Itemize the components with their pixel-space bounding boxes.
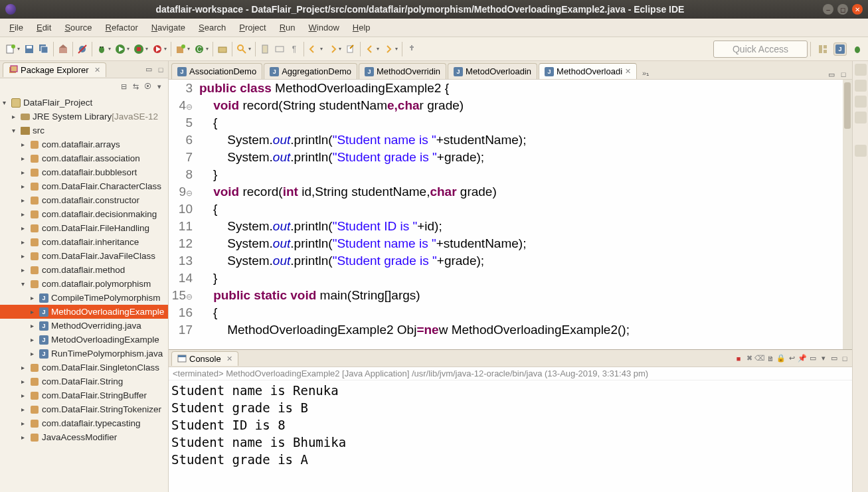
editor-tab[interactable]: JMetodOverloadin <box>448 63 537 79</box>
task-list-icon[interactable] <box>855 64 867 76</box>
word-wrap-icon[interactable]: ↩ <box>787 354 796 363</box>
link-editor-icon[interactable]: ⇆ <box>131 82 140 91</box>
menu-help[interactable]: Help <box>347 20 376 35</box>
toggle-block-button[interactable] <box>273 42 286 56</box>
tree-row[interactable]: ▸com.DataFlair.StringTokenizer <box>0 402 168 416</box>
focus-icon[interactable]: ⦿ <box>143 82 152 91</box>
tree-row[interactable]: ▸JavaAcessModifier <box>0 430 168 444</box>
tree-row[interactable]: ▸com.DataFlair.SingletonClass <box>0 361 168 374</box>
last-edit-button[interactable] <box>344 42 357 56</box>
view-menu-icon[interactable]: ▾ <box>155 82 164 91</box>
tree-row[interactable]: ▸com.dataflair.bubblesort <box>0 165 168 179</box>
java-perspective-button[interactable]: J <box>833 42 847 56</box>
console-tab[interactable]: Console ✕ <box>171 351 238 366</box>
tree-row[interactable]: ▸com.DataFlair.StringBuffer <box>0 388 168 402</box>
editor-tab[interactable]: JAggregationDemo <box>264 63 357 79</box>
close-icon[interactable]: ✕ <box>625 67 631 76</box>
maximize-view-icon[interactable]: □ <box>156 65 165 74</box>
tree-row[interactable]: ▸com.dataflair.arrays <box>0 137 168 151</box>
dropdown-icon[interactable]: ▾ <box>377 46 379 52</box>
tree-row[interactable]: ▸com.dataflair.association <box>0 151 168 165</box>
tree-row[interactable]: ▾com.dataflair.polymorphism <box>0 277 168 291</box>
annotation-prev-button[interactable] <box>307 42 320 56</box>
clear-console-icon[interactable]: 🗎 <box>766 354 775 363</box>
minimize-view-icon[interactable]: ▭ <box>144 65 153 74</box>
skip-breakpoints-button[interactable] <box>76 42 89 56</box>
minimize-view-icon[interactable]: ▭ <box>829 354 839 363</box>
menu-edit[interactable]: Edit <box>31 20 56 35</box>
package-tree[interactable]: ▾DataFlair_Project▸JRE System Library [J… <box>0 94 168 492</box>
vertical-scrollbar[interactable] <box>843 80 852 349</box>
tree-row[interactable]: ▸JMethodOverloadingExample <box>0 305 168 319</box>
outline-icon[interactable] <box>855 80 867 92</box>
dropdown-icon[interactable]: ▾ <box>108 46 111 52</box>
pin-console-icon[interactable]: 📌 <box>798 354 807 363</box>
dropdown-icon[interactable]: ▾ <box>187 46 190 52</box>
toggle-whitespace-button[interactable]: ¶ <box>288 42 301 56</box>
save-button[interactable] <box>23 42 36 56</box>
new-class-button[interactable]: C <box>193 42 206 56</box>
new-package-button[interactable] <box>174 42 187 56</box>
dropdown-icon[interactable]: ▾ <box>164 46 167 52</box>
maximize-view-icon[interactable]: □ <box>839 70 848 79</box>
dropdown-icon[interactable]: ▾ <box>395 46 398 52</box>
display-console-icon[interactable]: ▭ <box>808 354 818 363</box>
package-explorer-tab[interactable]: Package Explorer ✕ <box>3 62 106 77</box>
tree-row[interactable]: ▸JRunTimePolymorphism.java <box>0 347 168 361</box>
scrollbar-thumb[interactable] <box>844 82 851 129</box>
problems-icon[interactable] <box>855 112 867 123</box>
dropdown-icon[interactable]: ▾ <box>248 46 251 52</box>
collapse-all-icon[interactable]: ⊟ <box>119 82 128 91</box>
menu-refactor[interactable]: Refactor <box>100 20 143 35</box>
debug-button[interactable] <box>95 42 108 56</box>
tree-row[interactable]: ▸com.DataFlair.JavaFileClass <box>0 249 168 263</box>
console-output[interactable]: Student name is Renuka Student grade is … <box>169 380 852 492</box>
scroll-lock-icon[interactable]: 🔒 <box>776 354 786 363</box>
tree-row[interactable]: ▸JMethodOverriding.java <box>0 319 168 333</box>
forward-button[interactable] <box>382 42 395 56</box>
debug-perspective-button[interactable] <box>851 42 864 56</box>
maximize-view-icon[interactable]: □ <box>840 354 849 363</box>
menu-window[interactable]: Window <box>304 20 345 35</box>
editor-tab[interactable]: JAssociationDemo <box>171 63 262 79</box>
run-last-button[interactable] <box>151 42 164 56</box>
dropdown-icon[interactable]: ▾ <box>320 46 323 52</box>
search-button[interactable] <box>235 42 248 56</box>
tree-row[interactable]: ▸com.dataflair.decisionmaking <box>0 207 168 221</box>
tree-row[interactable]: ▸com.dataflair.constructor <box>0 193 168 207</box>
toggle-mark-button[interactable] <box>258 42 272 56</box>
tree-row[interactable]: ▾src <box>0 123 168 137</box>
open-perspective-button[interactable] <box>816 42 829 56</box>
menu-source[interactable]: Source <box>59 20 97 35</box>
build-button[interactable] <box>56 42 70 56</box>
tree-row[interactable]: ▸com.DataFlair.String <box>0 374 168 388</box>
menu-run[interactable]: Run <box>274 20 301 35</box>
editor-tab[interactable]: JMethodOverloadi✕ <box>539 63 637 79</box>
open-console-icon[interactable]: ▾ <box>819 354 828 363</box>
annotation-next-button[interactable] <box>325 42 339 56</box>
editor-tab[interactable]: JMethodOverridin <box>359 63 446 79</box>
menu-project[interactable]: Project <box>234 20 271 35</box>
back-button[interactable] <box>363 42 377 56</box>
quick-access-input[interactable]: Quick Access <box>713 41 808 58</box>
window-minimize-button[interactable]: – <box>823 4 833 15</box>
coverage-button[interactable] <box>132 42 145 56</box>
tree-row[interactable]: ▸com.dataflair.method <box>0 263 168 277</box>
code-editor[interactable]: 34⊖56789⊖101112131415⊖1617 public class … <box>169 80 852 349</box>
dropdown-icon[interactable]: ▾ <box>17 46 20 52</box>
minimized-view-icon[interactable] <box>855 145 867 157</box>
dropdown-icon[interactable]: ▾ <box>206 46 209 52</box>
code-area[interactable]: public class MethodOverloadingExample2 {… <box>199 80 852 349</box>
dropdown-icon[interactable]: ▾ <box>339 46 341 52</box>
menu-navigate[interactable]: Navigate <box>146 20 191 35</box>
save-all-button[interactable] <box>37 42 50 56</box>
tree-row[interactable]: ▸JRE System Library [JavaSE-12 <box>0 110 168 123</box>
tree-row[interactable]: ▸JMetodOverloadingExample <box>0 333 168 347</box>
tree-row[interactable]: ▸com.dataflair.typecasting <box>0 416 168 430</box>
remove-launch-icon[interactable]: ✖ <box>744 354 754 363</box>
new-button[interactable] <box>4 42 17 56</box>
close-icon[interactable]: ✕ <box>226 355 232 363</box>
tree-row[interactable]: ▸JCompileTimePolymorphism <box>0 291 168 305</box>
run-button[interactable] <box>114 42 127 56</box>
menu-search[interactable]: Search <box>193 20 231 35</box>
